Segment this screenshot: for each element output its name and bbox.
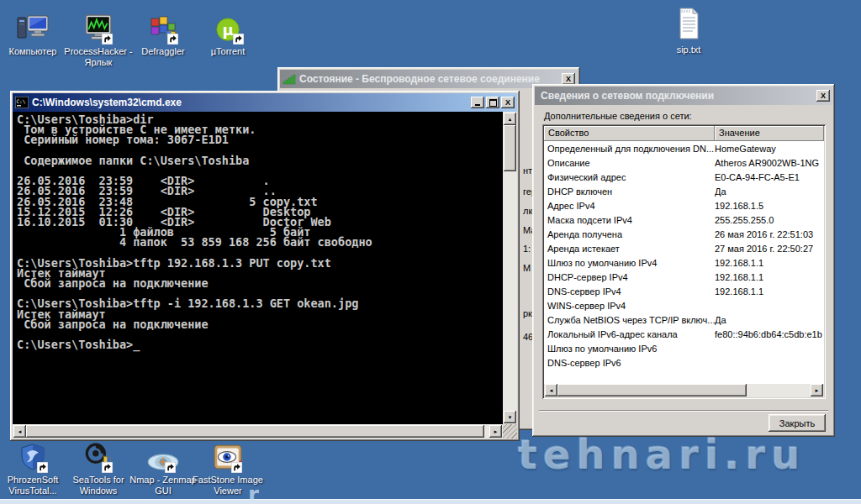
table-row[interactable]: DHCP-сервер IPv4192.168.1.1: [544, 270, 824, 284]
table-row[interactable]: Физический адресE0-CA-94-FC-A5-E1: [544, 170, 824, 184]
shortcut-arrow-icon: [165, 462, 176, 473]
property-cell: Описание: [544, 158, 715, 168]
status-text-fragment: 1:: [523, 244, 531, 254]
table-row[interactable]: Маска подсети IPv4255.255.255.0: [544, 213, 824, 227]
desktop-icon-nmap-zenmap-gui[interactable]: Nmap - Zenmap GUI: [127, 433, 199, 496]
details-table-header: Свойство Значение: [544, 126, 824, 141]
svg-text:C:\: C:\: [17, 98, 26, 104]
table-row[interactable]: DNS-сервер IPv4192.168.1.1: [544, 284, 824, 298]
horizontal-scrollbar[interactable]: ◄ ►: [13, 424, 503, 438]
details-scroll-thumb[interactable]: [557, 384, 747, 396]
defraggler-icon: [149, 5, 177, 44]
console-line: Содержимое папки C:\Users\Toshiba: [17, 155, 503, 165]
details-horizontal-scrollbar[interactable]: ◄ ►: [544, 384, 824, 397]
details-table-body: Определенный для подключения DN...HomeGa…: [544, 141, 824, 383]
table-row[interactable]: Шлюз по умолчанию IPv4192.168.1.1: [544, 255, 824, 270]
close-icon[interactable]: X: [501, 97, 515, 108]
value-cell: Atheros AR9002WB-1NG: [715, 158, 824, 168]
property-cell: Шлюз по умолчанию IPv6: [544, 344, 715, 354]
value-cell: 27 мая 2016 г. 22:50:27: [715, 244, 824, 254]
shortcut-arrow-icon: [37, 462, 48, 473]
desktop-icon-faststone-image-viewer[interactable]: FastStone Image Viewer: [192, 433, 264, 496]
desktop: КомпьютерProcessHacker - ЯрлыкDefraggler…: [0, 0, 861, 504]
property-cell: Шлюз по умолчанию IPv4: [544, 258, 715, 268]
table-row[interactable]: Шлюз по умолчанию IPv6: [544, 341, 824, 355]
value-cell: fe80::94b6:db64:c5db:e1b: [715, 329, 824, 339]
property-cell: Служба NetBIOS через TCP/IP включ...: [544, 315, 715, 325]
table-row[interactable]: Определенный для подключения DN...HomeGa…: [544, 141, 824, 155]
close-dialog-button[interactable]: Закрыть: [769, 414, 826, 432]
value-cell: E0-CA-94-FC-A5-E1: [715, 172, 824, 182]
cmd-title: C:\Windows\system32\cmd.exe: [32, 97, 471, 108]
cmd-icon: C:\: [15, 97, 29, 108]
desktop-icon-seatools-for-windows[interactable]: SeaTools for Windows: [62, 433, 135, 496]
property-cell: DNS-сервер IPv4: [544, 286, 715, 297]
table-row[interactable]: Аренда получена26 мая 2016 г. 22:51:03: [544, 227, 824, 241]
desktop-icon-processhacker-ярлык[interactable]: ProcessHacker - Ярлык: [62, 5, 135, 68]
scroll-right-icon[interactable]: ►: [489, 425, 502, 438]
console-output[interactable]: C:\Users\Toshiba>dir Том в устройстве C …: [13, 112, 503, 424]
property-cell: Определенный для подключения DN...: [544, 144, 715, 154]
property-cell: WINS-сервер IPv4: [544, 301, 715, 311]
desktop-icon-torrent[interactable]: µµTorrent: [192, 5, 264, 57]
status-text-fragment: рк: [523, 308, 532, 318]
table-row[interactable]: Служба NetBIOS через TCP/IP включ...Да: [544, 312, 824, 327]
desktop-icon-label: Defraggler: [141, 46, 184, 57]
shortcut-arrow-icon: [167, 34, 178, 45]
details-dialog-title: Сведения о сетевом подключении: [541, 90, 816, 102]
table-row[interactable]: DHCP включенДа: [544, 184, 824, 198]
scroll-right-icon[interactable]: ►: [811, 384, 823, 396]
maximize-icon[interactable]: [486, 97, 499, 108]
separator: [539, 410, 828, 412]
table-row[interactable]: WINS-сервер IPv4: [544, 298, 824, 312]
taskbar-edge: [0, 499, 861, 504]
console-text: C:\Users\Toshiba>dir Том в устройстве C …: [13, 112, 503, 349]
table-row[interactable]: Аренда истекает27 мая 2016 г. 22:50:27: [544, 241, 824, 255]
cmd-titlebar[interactable]: C:\ C:\Windows\system32\cmd.exe X: [13, 93, 517, 112]
status-text-fragment: М: [523, 263, 531, 273]
details-dialog-titlebar[interactable]: Сведения о сетевом подключении X: [535, 87, 832, 105]
column-header-property[interactable]: Свойство: [544, 126, 715, 141]
desktop-icon-label: µTorrent: [211, 46, 246, 57]
horizontal-scroll-thumb[interactable]: [26, 425, 484, 438]
desktop-icon-defraggler[interactable]: Defraggler: [127, 5, 199, 57]
cmd-window: C:\ C:\Windows\system32\cmd.exe X C:\Use…: [10, 91, 520, 441]
column-header-value[interactable]: Значение: [715, 126, 824, 141]
table-row[interactable]: Локальный IPv6-адрес каналаfe80::94b6:db…: [544, 327, 824, 341]
property-cell: Маска подсети IPv4: [544, 215, 715, 225]
desktop-icon-label: sip.txt: [677, 45, 701, 55]
table-row[interactable]: DNS-сервер IPv6: [544, 355, 824, 370]
resize-grip[interactable]: [503, 424, 517, 438]
property-cell: Аренда истекает: [544, 244, 715, 254]
scroll-up-icon[interactable]: ▲: [504, 113, 516, 125]
close-icon[interactable]: X: [562, 73, 575, 85]
vertical-scroll-thumb[interactable]: [504, 125, 516, 171]
desktop-icon-label: PhrozenSoft VirusTotal...: [0, 475, 69, 496]
value-cell: Да: [715, 315, 824, 325]
table-row[interactable]: ОписаниеAtheros AR9002WB-1NG: [544, 155, 824, 170]
close-icon[interactable]: X: [816, 90, 830, 102]
vertical-scrollbar[interactable]: ▲ ▼: [503, 112, 517, 424]
minimize-icon[interactable]: [471, 97, 484, 108]
property-cell: Адрес IPv4: [544, 201, 715, 211]
property-cell: Аренда получена: [544, 229, 715, 239]
scroll-left-icon[interactable]: ◄: [13, 425, 26, 438]
table-row[interactable]: Адрес IPv4192.168.1.5: [544, 198, 824, 213]
scroll-left-icon[interactable]: ◄: [545, 384, 557, 396]
desktop-icon-компьютер[interactable]: Компьютер: [0, 5, 69, 57]
property-cell: DHCP включен: [544, 186, 715, 197]
value-cell: Да: [715, 186, 824, 197]
console-line: Сбой запроса на подключение: [17, 278, 503, 288]
desktop-icon-label: FastStone Image Viewer: [192, 475, 264, 496]
property-cell: DNS-сервер IPv6: [544, 358, 715, 368]
desktop-icon-label: ProcessHacker - Ярлык: [62, 46, 135, 68]
scroll-down-icon[interactable]: ▼: [504, 411, 516, 423]
desktop-icon-sip-txt[interactable]: sip.txt: [652, 3, 725, 55]
desktop-icon-phrozensoft-virustotal[interactable]: PhrozenSoft VirusTotal...: [0, 433, 69, 496]
value-cell: 192.168.1.1: [715, 272, 824, 282]
text-file-icon: [674, 3, 703, 42]
shortcut-arrow-icon: [102, 462, 113, 473]
console-line: Серийный номер тома: 3067-E1D1: [17, 134, 503, 144]
value-cell: 192.168.1.1: [715, 258, 824, 268]
svg-text:µ: µ: [222, 21, 233, 39]
